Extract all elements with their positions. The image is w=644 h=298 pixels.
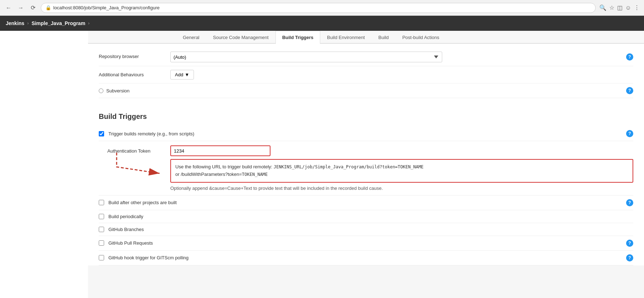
subversion-row: Subversion ? [99,83,633,98]
github-pull-label: GitHub Pull Requests [108,240,623,246]
repository-browser-control: (Auto) ? [170,52,633,62]
profile-icon[interactable]: ☺ [625,5,631,11]
trigger-remote-label: Trigger builds remotely (e.g., from scri… [108,131,623,136]
auth-token-section: Authentication Token Use the following U… [99,141,633,196]
auth-token-row: Authentication Token [107,145,633,156]
url-text: localhost:8080/job/Simple_Java_Program/c… [53,5,160,10]
trigger-remote-checkbox[interactable] [99,131,104,136]
forward-button[interactable]: → [16,4,25,12]
build-after-help[interactable]: ? [626,199,633,206]
build-after-row: Build after other projects are built ? [99,196,633,210]
github-branches-row: GitHub Branches [99,223,633,236]
url-info-code-2: TOKEN_NAME [242,172,268,177]
github-pull-checkbox[interactable] [99,240,104,246]
github-branches-checkbox[interactable] [99,227,104,232]
trigger-remote-row: Trigger builds remotely (e.g., from scri… [99,126,633,141]
zoom-icon[interactable]: 🔍 [599,4,606,11]
build-periodically-row: Build periodically [99,210,633,223]
tab-build[interactable]: Build [372,31,396,44]
subversion-label: Subversion [106,88,130,93]
tab-build-env[interactable]: Build Environment [320,31,372,44]
jenkins-home-link[interactable]: Jenkins [6,20,24,26]
additional-behaviours-row: Additional Behaviours Add ▼ [99,66,633,83]
repository-browser-label: Repository browser [99,52,163,59]
lock-icon: 🔒 [45,5,51,10]
trigger-remote-help[interactable]: ? [626,130,633,137]
build-triggers-heading: Build Triggers [99,104,633,126]
url-info-box: Use the following URL to trigger build r… [170,159,633,183]
menu-icon[interactable]: ⋮ [634,4,640,11]
additional-behaviours-label: Additional Behaviours [99,70,163,77]
build-periodically-label: Build periodically [108,214,633,219]
github-pull-row: GitHub Pull Requests ? [99,236,633,251]
add-button-label: Add [175,72,183,77]
reload-button[interactable]: ⟳ [29,4,37,12]
subversion-radio[interactable] [99,88,103,93]
subversion-help[interactable]: ? [626,87,633,94]
repository-browser-row: Repository browser (Auto) ? [99,48,633,66]
extensions-icon[interactable]: ◫ [617,4,623,11]
optional-text: Optionally append &cause=Cause+Text to p… [170,186,633,191]
url-info-text-2: or /buildWithParameters?token= [175,172,242,177]
left-sidebar [0,31,88,298]
project-breadcrumb: Simple_Java_Program [31,20,85,26]
back-button[interactable]: ← [4,4,13,12]
github-hook-help[interactable]: ? [626,254,633,261]
build-after-checkbox[interactable] [99,200,104,205]
github-hook-checkbox[interactable] [99,255,104,260]
github-branches-label: GitHub Branches [108,227,633,232]
breadcrumb-separator-1: › [27,21,29,26]
github-pull-help[interactable]: ? [626,240,633,247]
url-info-text-1: Use the following URL to trigger build r… [175,164,274,169]
breadcrumb-separator-2: › [88,21,89,26]
star-icon[interactable]: ☆ [609,4,614,11]
auth-token-label: Authentication Token [107,148,165,154]
additional-behaviours-control: Add ▼ [170,70,633,80]
repository-browser-select[interactable]: (Auto) [170,52,442,62]
repository-browser-help[interactable]: ? [626,53,633,61]
tab-source-code[interactable]: Source Code Management [206,31,275,44]
build-periodically-checkbox[interactable] [99,214,104,219]
address-bar[interactable]: 🔒 localhost:8080/job/Simple_Java_Program… [41,3,596,13]
url-info-code-1: JENKINS_URL/job/Simple_Java_Program/buil… [274,164,424,169]
tab-general[interactable]: General [176,31,206,44]
tabs-container: General Source Code Management Build Tri… [88,31,644,44]
github-hook-row: GitHub hook trigger for GITScm polling ? [99,251,633,265]
github-hook-label: GitHub hook trigger for GITScm polling [108,255,623,260]
tab-post-build[interactable]: Post-build Actions [395,31,446,44]
build-after-label: Build after other projects are built [108,200,623,205]
tab-build-triggers[interactable]: Build Triggers [275,31,320,44]
add-button[interactable]: Add ▼ [170,70,194,80]
add-dropdown-arrow: ▼ [185,72,189,77]
auth-token-input[interactable] [170,145,270,156]
